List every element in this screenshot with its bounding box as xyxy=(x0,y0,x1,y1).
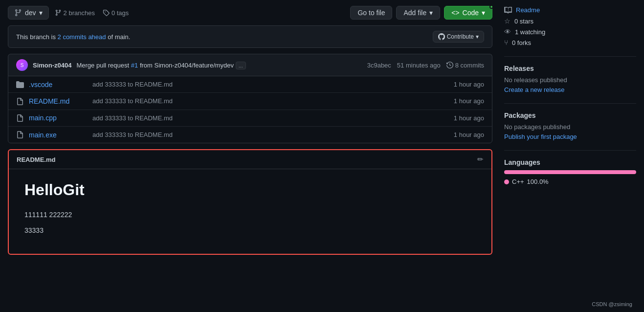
commit-message: Merge pull request #1 from Simon-z0404/f… xyxy=(76,62,245,69)
file-icon xyxy=(16,97,24,105)
file-row: README.md add 333333 to README.md 1 hour… xyxy=(8,93,492,110)
edit-icon[interactable]: ✏ xyxy=(477,155,484,164)
readme-sidebar-link[interactable]: Readme xyxy=(516,6,540,14)
readme-section: README.md ✏ HelloGit 111111 222222 33333 xyxy=(8,149,492,255)
code-dropdown-icon: ▾ xyxy=(482,9,485,17)
commits-ahead-link[interactable]: 2 commits ahead xyxy=(58,33,106,41)
commit-meta: 3c9abec 51 minutes ago 8 commits xyxy=(367,62,484,69)
no-releases-text: No releases published xyxy=(504,76,636,84)
file-commit-readme: add 333333 to README.md xyxy=(92,97,449,105)
readme-header: README.md ✏ xyxy=(9,150,491,169)
star-icon: ☆ xyxy=(504,17,511,25)
file-icon xyxy=(16,131,24,139)
file-icon xyxy=(16,114,24,122)
contribute-button[interactable]: Contribute ▾ xyxy=(433,31,484,43)
commits-count: 8 commits xyxy=(455,62,484,69)
code-icon: <> xyxy=(451,9,459,17)
add-file-button[interactable]: Add file ▾ xyxy=(396,6,440,20)
language-entry-cpp: C++ 100.0% xyxy=(504,178,636,185)
lang-name: C++ xyxy=(512,178,524,185)
packages-section: Packages No packages published Publish y… xyxy=(504,111,636,140)
goto-file-button[interactable]: Go to file xyxy=(350,6,392,20)
footer-text: CSDN @zsiming xyxy=(592,301,632,307)
lang-percent: 100.0% xyxy=(527,178,549,185)
fork-icon: ⑂ xyxy=(504,39,508,46)
author-avatar: S xyxy=(16,59,28,71)
releases-section: Releases No releases published Create a … xyxy=(504,65,636,93)
tags-count: 0 tags xyxy=(111,9,129,17)
tags-link[interactable]: 0 tags xyxy=(103,9,129,17)
about-section: Readme ☆ 0 stars 👁 1 watching ⑂ 0 forks xyxy=(504,6,636,46)
commit-author: Simon-z0404 xyxy=(33,62,71,69)
stars-stat: ☆ 0 stars xyxy=(504,17,636,25)
file-name-readme[interactable]: README.md xyxy=(29,97,88,105)
divider-2 xyxy=(504,103,636,104)
branch-selector[interactable]: dev ▾ xyxy=(8,6,49,20)
stars-count: 0 stars xyxy=(514,18,533,25)
readme-line1: 111111 222222 xyxy=(24,211,476,219)
branches-link[interactable]: 2 branches xyxy=(55,9,95,17)
top-bar: dev ▾ 2 branches 0 tags xyxy=(8,6,492,20)
readme-link: Readme xyxy=(504,6,636,14)
watching-stat: 👁 1 watching xyxy=(504,28,636,36)
contribute-dropdown-icon: ▾ xyxy=(476,33,479,40)
file-time-readme: 1 hour ago xyxy=(454,97,484,105)
watching-count: 1 watching xyxy=(515,28,545,36)
publish-package-link[interactable]: Publish your first package xyxy=(504,133,577,140)
add-file-dropdown-icon: ▾ xyxy=(429,9,433,17)
code-button[interactable]: <> Code ▾ xyxy=(444,6,492,20)
eye-icon: 👁 xyxy=(504,28,511,36)
file-time-maincpp: 1 hour ago xyxy=(454,114,484,122)
file-name-maincpp[interactable]: main.cpp xyxy=(29,114,88,122)
language-bar xyxy=(504,170,636,174)
forks-count: 0 forks xyxy=(512,39,531,46)
footer: CSDN @zsiming xyxy=(584,298,640,310)
right-panel: Readme ☆ 0 stars 👁 1 watching ⑂ 0 forks … xyxy=(504,6,636,255)
file-row: .vscode add 333333 to README.md 1 hour a… xyxy=(8,76,492,93)
file-commit-mainexe: add 333333 to README.md xyxy=(92,131,449,138)
readme-title: HelloGit xyxy=(24,181,476,199)
branch-name: dev xyxy=(25,9,36,17)
branches-count: 2 branches xyxy=(64,9,95,17)
packages-heading: Packages xyxy=(504,111,636,119)
file-table: .vscode add 333333 to README.md 1 hour a… xyxy=(8,76,492,143)
file-row: main.cpp add 333333 to README.md 1 hour … xyxy=(8,110,492,127)
releases-heading: Releases xyxy=(504,65,636,72)
action-buttons: Go to file Add file ▾ <> Code ▾ xyxy=(350,6,492,20)
file-row: main.exe add 333333 to README.md 1 hour … xyxy=(8,127,492,143)
file-commit-maincpp: add 333333 to README.md xyxy=(92,114,449,122)
branch-info: 2 branches 0 tags xyxy=(55,9,129,17)
folder-icon xyxy=(16,80,24,89)
commit-time: 51 minutes ago xyxy=(397,62,441,69)
notification-dot xyxy=(489,5,493,9)
no-packages-text: No packages published xyxy=(504,123,636,131)
cpp-dot xyxy=(504,179,509,184)
branch-notice-text: This branch is 2 commits ahead of main. xyxy=(16,33,130,41)
divider-1 xyxy=(504,56,636,57)
file-name-mainexe[interactable]: main.exe xyxy=(29,131,88,139)
commit-hash: 3c9abec xyxy=(367,62,391,69)
forks-stat: ⑂ 0 forks xyxy=(504,39,636,46)
branch-notice: This branch is 2 commits ahead of main. … xyxy=(8,25,492,48)
file-commit-vscode: add 333333 to README.md xyxy=(92,81,449,88)
create-release-link[interactable]: Create a new release xyxy=(504,86,565,93)
file-time-mainexe: 1 hour ago xyxy=(454,131,484,138)
readme-line2: 33333 xyxy=(24,226,476,234)
readme-content: HelloGit 111111 222222 33333 xyxy=(9,169,491,254)
readme-filename: README.md xyxy=(17,156,55,163)
commit-message-ellipsis[interactable]: ... xyxy=(236,62,246,69)
commits-history-link[interactable]: 8 commits xyxy=(446,62,484,69)
book-icon xyxy=(504,6,512,14)
file-time-vscode: 1 hour ago xyxy=(454,81,484,88)
file-name-vscode[interactable]: .vscode xyxy=(29,81,88,89)
branch-dropdown-icon: ▾ xyxy=(39,9,43,17)
languages-heading: Languages xyxy=(504,158,636,166)
commit-row: S Simon-z0404 Merge pull request #1 from… xyxy=(8,54,492,76)
languages-section: Languages C++ 100.0% xyxy=(504,158,636,185)
divider-3 xyxy=(504,150,636,151)
pr-link[interactable]: #1 xyxy=(131,62,138,69)
